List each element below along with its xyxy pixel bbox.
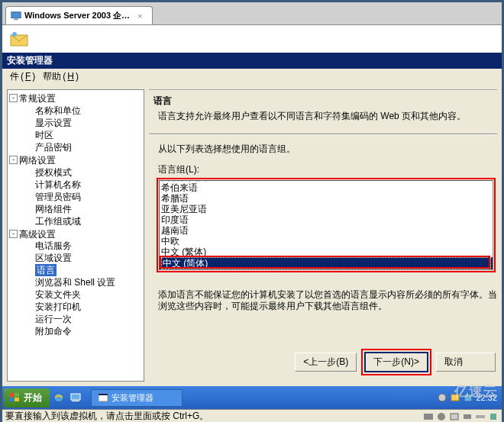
- menu-file[interactable]: 件(F): [7, 70, 37, 83]
- list-item[interactable]: 印度语: [160, 214, 493, 225]
- svg-rect-0: [11, 11, 21, 18]
- cancel-button[interactable]: 取消: [436, 353, 496, 372]
- device-icon[interactable]: [475, 412, 486, 421]
- tree-item[interactable]: 电话服务: [24, 240, 142, 252]
- svg-rect-1: [14, 18, 18, 20]
- svg-rect-9: [71, 394, 80, 400]
- tree-item[interactable]: 语言: [24, 264, 142, 276]
- device-icon[interactable]: [436, 412, 447, 421]
- device-icon[interactable]: [462, 412, 473, 421]
- svg-rect-10: [72, 401, 79, 401]
- app-icon: [98, 392, 108, 403]
- list-item[interactable]: 越南语: [160, 225, 493, 236]
- tree-item[interactable]: 运行一次: [24, 313, 142, 325]
- svg-rect-7: [15, 398, 19, 401]
- statusbar-text: 要直接输入到该虚拟机，请点击里面或按 Ctrl+G。: [5, 410, 208, 422]
- tree-item[interactable]: 管理员密码: [24, 191, 142, 203]
- svg-rect-12: [99, 394, 108, 395]
- svg-rect-15: [464, 394, 472, 401]
- content-note: 添加语言不能保证您的计算机安装了以您首选的语言显示内容所必须的所有字体。当浏览这…: [149, 289, 497, 313]
- monitor-icon: [11, 11, 21, 21]
- svg-rect-6: [9, 398, 14, 401]
- list-item[interactable]: 中文 (繁体): [160, 246, 493, 257]
- device-icon[interactable]: [449, 412, 460, 421]
- start-label: 开始: [24, 391, 42, 404]
- taskbar-item-installer[interactable]: 安装管理器: [91, 389, 183, 407]
- list-item[interactable]: 希伯来语: [160, 182, 493, 193]
- content-heading: 语言: [149, 95, 497, 108]
- svg-rect-16: [424, 414, 433, 420]
- tray-icon-2[interactable]: [450, 392, 460, 403]
- menu-help[interactable]: 帮助(H): [40, 70, 80, 83]
- tree-item[interactable]: 授权模式: [24, 166, 142, 179]
- list-item[interactable]: 中欧: [160, 236, 493, 246]
- svg-point-3: [12, 32, 17, 37]
- tray-icon-3[interactable]: [463, 392, 473, 403]
- vm-tab[interactable]: Windows Server 2003 企… ×: [5, 6, 153, 24]
- desktop-quick-icon[interactable]: [68, 390, 83, 405]
- language-group-listbox[interactable]: 西欧和美国希伯来语希腊语亚美尼亚语印度语越南语中欧中文 (繁体)中文 (简体): [159, 180, 493, 270]
- tree-panel[interactable]: -常规设置名称和单位显示设置时区产品密钥-网络设置授权模式计算机名称管理员密码网…: [7, 89, 144, 382]
- ie-quick-icon[interactable]: [51, 390, 66, 405]
- vmware-statusbar: 要直接输入到该虚拟机，请点击里面或按 Ctrl+G。: [2, 409, 502, 422]
- tree-item[interactable]: 安装打印机: [24, 301, 142, 313]
- system-tray: 22:32: [434, 392, 500, 403]
- clock: 22:32: [476, 393, 497, 402]
- tree-item[interactable]: 网络组件: [24, 203, 142, 215]
- menu-bar: 件(F) 帮助(H): [2, 69, 502, 85]
- collapse-icon[interactable]: -: [9, 94, 18, 102]
- tree-item[interactable]: 名称和单位: [24, 105, 142, 117]
- collapse-icon[interactable]: -: [9, 156, 18, 164]
- tree-item[interactable]: 计算机名称: [24, 179, 142, 191]
- list-item[interactable]: 希腊语: [160, 193, 493, 204]
- desktop-strip: [2, 25, 502, 53]
- svg-rect-20: [476, 415, 485, 418]
- device-icon[interactable]: [488, 412, 499, 421]
- tree-group[interactable]: -高级设置: [9, 227, 142, 240]
- close-icon[interactable]: ×: [137, 11, 142, 21]
- window-title: 安装管理器: [2, 53, 502, 69]
- taskbar-item-label: 安装管理器: [111, 392, 153, 404]
- listbox-label: 语言组(L):: [149, 163, 497, 176]
- tree-group[interactable]: -网络设置: [9, 153, 142, 166]
- tree-item[interactable]: 时区: [24, 129, 142, 141]
- tree-item[interactable]: 显示设置: [24, 117, 142, 129]
- svg-rect-5: [15, 393, 19, 397]
- envelope-icon: [8, 31, 30, 47]
- svg-rect-19: [464, 414, 471, 419]
- collapse-icon[interactable]: -: [9, 230, 18, 238]
- svg-rect-4: [9, 393, 14, 397]
- tray-icon-1[interactable]: [437, 392, 447, 403]
- svg-point-13: [438, 394, 446, 401]
- windows-icon: [8, 392, 21, 403]
- start-button[interactable]: 开始: [4, 388, 50, 408]
- device-icon[interactable]: [423, 412, 434, 421]
- back-button[interactable]: <上一步(B): [295, 353, 357, 372]
- content-description: 语言支持允许最终用户查看以不同语言和字符集编码的 Web 页和其他内容。: [149, 111, 497, 123]
- next-button[interactable]: 下一步(N)>: [364, 352, 428, 372]
- tree-item[interactable]: 浏览器和 Shell 设置: [24, 276, 142, 288]
- svg-point-17: [438, 413, 445, 420]
- tree-item[interactable]: 工作组或域: [24, 215, 142, 227]
- tab-title: Windows Server 2003 企…: [24, 10, 130, 21]
- separator: [149, 134, 497, 135]
- tree-group[interactable]: -常规设置: [9, 92, 142, 105]
- tree-item[interactable]: 附加命令: [24, 325, 142, 337]
- tree-item[interactable]: 安装文件夹: [24, 288, 142, 301]
- tree-item[interactable]: 产品密钥: [24, 141, 142, 153]
- tree-item[interactable]: 区域设置: [24, 252, 142, 264]
- taskbar: 开始 安装管理器 22:32: [2, 386, 502, 409]
- content-panel: 语言 语言支持允许最终用户查看以不同语言和字符集编码的 Web 页和其他内容。 …: [149, 89, 497, 382]
- svg-rect-14: [451, 395, 459, 401]
- svg-rect-18: [451, 414, 458, 420]
- content-instruction: 从以下列表选择想使用的语言组。: [149, 143, 497, 156]
- svg-rect-21: [490, 414, 496, 420]
- list-item[interactable]: 中文 (简体): [160, 257, 493, 269]
- list-item[interactable]: 亚美尼亚语: [160, 204, 493, 214]
